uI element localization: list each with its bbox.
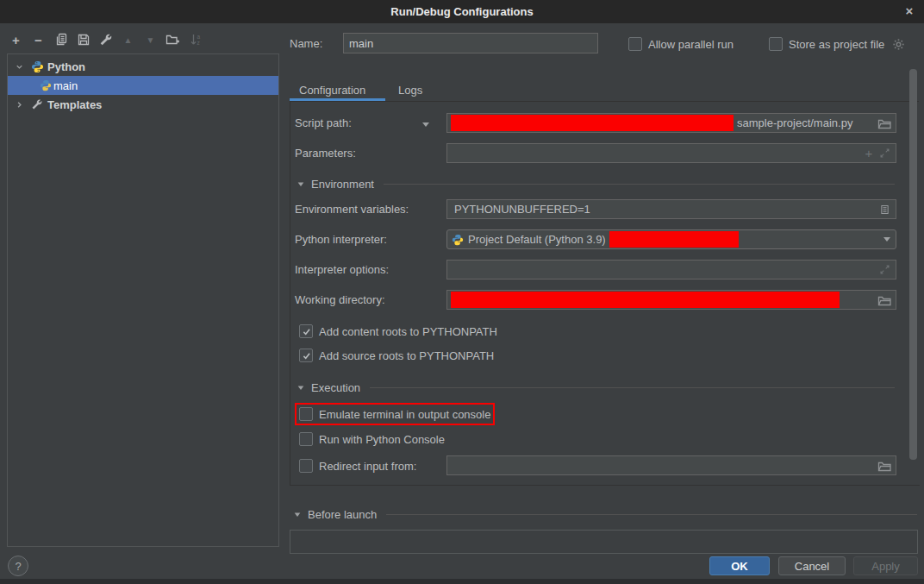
- emulate-terminal-label: Emulate terminal in output console: [319, 408, 490, 421]
- checkbox-checked-icon: [299, 324, 313, 338]
- configurations-tree: Python main Templates: [7, 53, 279, 547]
- expand-field-icon[interactable]: [877, 263, 892, 277]
- run-with-python-console-checkbox[interactable]: Run with Python Console: [299, 432, 445, 446]
- question-mark-icon: ?: [15, 560, 21, 573]
- edit-templates-button[interactable]: [98, 33, 113, 47]
- interpreter-options-field[interactable]: [446, 260, 896, 279]
- chevron-down-icon[interactable]: [13, 60, 25, 72]
- wrench-icon: [30, 97, 44, 111]
- before-launch-task-list[interactable]: [290, 530, 918, 554]
- name-label: Name:: [290, 37, 322, 50]
- gear-icon[interactable]: [892, 38, 905, 51]
- section-collapse-icon: [297, 180, 305, 188]
- python-icon: [451, 233, 465, 247]
- checkbox-icon: [769, 37, 783, 51]
- browse-folder-icon[interactable]: [877, 293, 892, 307]
- store-as-project-file-checkbox[interactable]: Store as project file: [769, 37, 905, 51]
- before-launch-section-label: Before launch: [308, 508, 377, 521]
- name-input[interactable]: [343, 33, 598, 53]
- add-source-roots-checkbox[interactable]: Add source roots to PYTHONPATH: [299, 349, 494, 362]
- combobox-dropdown-icon[interactable]: [882, 235, 892, 243]
- run-with-python-console-label: Run with Python Console: [319, 433, 445, 446]
- down-arrow-icon: ▼: [147, 33, 155, 47]
- section-divider: [386, 514, 917, 515]
- macro-plus-icon[interactable]: +: [861, 147, 877, 160]
- parameters-field[interactable]: +: [446, 143, 896, 163]
- up-arrow-icon: ▲: [124, 33, 133, 47]
- interpreter-options-label: Interpreter options:: [295, 263, 389, 276]
- python-interpreter-value: Project Default (Python 3.9): [465, 233, 606, 246]
- move-down-button[interactable]: ▼: [143, 33, 158, 47]
- ok-button[interactable]: OK: [709, 556, 770, 575]
- section-collapse-icon: [297, 384, 305, 392]
- section-collapse-icon: [293, 511, 302, 518]
- minus-icon: −: [34, 33, 42, 47]
- tree-item-templates[interactable]: Templates: [8, 95, 278, 114]
- store-as-project-file-label: Store as project file: [789, 38, 884, 51]
- close-icon[interactable]: ×: [902, 3, 917, 19]
- redirect-input-checkbox[interactable]: Redirect input from:: [299, 459, 416, 473]
- add-content-roots-checkbox[interactable]: Add content roots to PYTHONPATH: [299, 324, 497, 338]
- expand-field-icon[interactable]: [877, 147, 892, 160]
- parameters-label: Parameters:: [295, 147, 356, 160]
- redirect-input-field[interactable]: [446, 455, 896, 475]
- help-button[interactable]: ?: [8, 556, 28, 576]
- sort-configurations-button[interactable]: az: [188, 33, 203, 47]
- working-directory-field[interactable]: [446, 290, 896, 310]
- python-icon: [30, 60, 44, 73]
- add-configuration-button[interactable]: +: [9, 33, 23, 47]
- section-divider: [370, 387, 895, 388]
- svg-text:z: z: [197, 40, 199, 46]
- redaction-block: [451, 115, 734, 131]
- allow-parallel-run-label: Allow parallel run: [648, 38, 734, 51]
- chevron-right-icon[interactable]: [13, 98, 25, 110]
- browse-folder-icon[interactable]: [877, 459, 892, 473]
- python-interpreter-combobox[interactable]: Project Default (Python 3.9): [446, 229, 896, 249]
- save-configuration-button[interactable]: [76, 33, 91, 47]
- move-up-button[interactable]: ▲: [121, 33, 135, 47]
- script-path-dropdown-icon[interactable]: [421, 121, 431, 129]
- copy-configuration-button[interactable]: [53, 33, 68, 47]
- dialog-titlebar: Run/Debug Configurations ×: [0, 0, 924, 23]
- working-directory-label: Working directory:: [295, 293, 385, 306]
- redirect-input-label: Redirect input from:: [319, 460, 416, 473]
- tab-configuration[interactable]: Configuration: [299, 84, 365, 97]
- tree-item-label: main: [53, 79, 78, 92]
- before-launch-section-header[interactable]: Before launch: [293, 508, 917, 521]
- cancel-button[interactable]: Cancel: [778, 556, 846, 575]
- script-path-field[interactable]: sample-project/main.py: [446, 113, 896, 133]
- redaction-block: [451, 292, 840, 308]
- dialog-title: Run/Debug Configurations: [390, 5, 533, 18]
- allow-parallel-run-checkbox[interactable]: Allow parallel run: [628, 37, 734, 51]
- remove-configuration-button[interactable]: −: [31, 33, 46, 47]
- environment-section-header[interactable]: Environment: [297, 178, 895, 191]
- checkbox-checked-icon: [299, 349, 313, 362]
- checkbox-icon: [299, 407, 313, 421]
- checkbox-icon: [299, 459, 313, 473]
- add-content-roots-label: Add content roots to PYTHONPATH: [319, 325, 497, 338]
- vertical-scrollbar[interactable]: [909, 69, 917, 460]
- tree-item-label: Templates: [47, 98, 102, 111]
- execution-section-header[interactable]: Execution: [297, 381, 895, 394]
- tree-item-label: Python: [47, 60, 85, 73]
- tab-logs[interactable]: Logs: [398, 84, 422, 97]
- environment-variables-label: Environment variables:: [295, 203, 409, 216]
- new-folder-button[interactable]: [165, 33, 180, 47]
- section-divider: [384, 184, 895, 185]
- plus-icon: +: [12, 33, 20, 47]
- tree-item-main[interactable]: main: [8, 76, 278, 95]
- apply-button[interactable]: Apply: [853, 556, 918, 575]
- python-interpreter-label: Python interpreter:: [295, 233, 387, 246]
- browse-folder-icon[interactable]: [877, 116, 892, 130]
- sort-alphabetically-icon: az: [189, 33, 203, 47]
- emulate-terminal-checkbox[interactable]: Emulate terminal in output console: [299, 407, 490, 421]
- edit-variables-list-icon[interactable]: [877, 203, 892, 217]
- dialog-bottom-edge: [0, 579, 924, 584]
- environment-variables-field[interactable]: PYTHONUNBUFFERED=1: [446, 199, 896, 219]
- python-icon: [39, 78, 53, 92]
- copy-icon: [54, 33, 68, 47]
- tree-item-python[interactable]: Python: [8, 57, 278, 76]
- environment-section-label: Environment: [311, 178, 374, 191]
- script-path-value: sample-project/main.py: [734, 116, 852, 129]
- redaction-block: [609, 231, 739, 248]
